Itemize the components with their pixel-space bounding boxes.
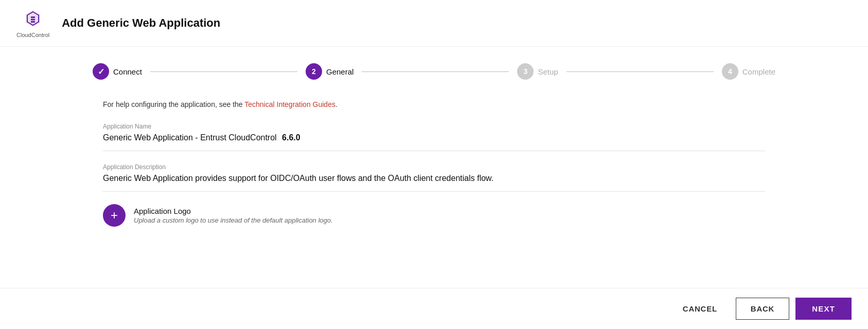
app-desc-field: Application Description Generic Web Appl… — [103, 163, 765, 192]
form-area: For help configuring the application, se… — [93, 100, 775, 227]
svg-rect-4 — [31, 21, 35, 23]
main-content: ✓ Connect 2 General 3 Setup 4 Complet — [0, 47, 868, 243]
step-complete: 4 Complete — [722, 63, 775, 80]
svg-marker-0 — [26, 10, 40, 27]
step-connect-circle: ✓ — [93, 63, 109, 80]
step-general: 2 General — [306, 63, 353, 80]
page-header: CloudControl Add Generic Web Application — [0, 0, 868, 47]
step-general-circle: 2 — [306, 63, 322, 80]
step-setup-circle: 3 — [517, 63, 534, 80]
logo-upload-title: Application Logo — [134, 207, 333, 215]
app-desc-label: Application Description — [103, 163, 765, 171]
logo-upload-info: Application Logo Upload a custom logo to… — [134, 207, 333, 224]
app-name-value: Generic Web Application - Entrust CloudC… — [103, 133, 765, 142]
step-complete-circle: 4 — [722, 63, 738, 80]
checkmark-icon: ✓ — [98, 67, 104, 77]
logo-upload-description: Upload a custom logo to use instead of t… — [134, 216, 333, 224]
app-name-label: Application Name — [103, 123, 765, 130]
step-complete-label: Complete — [742, 67, 775, 76]
cancel-button[interactable]: CANCEL — [670, 298, 730, 320]
page-title: Add Generic Web Application — [62, 16, 220, 30]
step-setup: 3 Setup — [517, 63, 558, 80]
step-connect-label: Connect — [113, 67, 142, 76]
app-name-field: Application Name Generic Web Application… — [103, 123, 765, 151]
step-setup-number: 3 — [524, 67, 528, 76]
logo-subtitle: CloudControl — [16, 32, 49, 38]
step-general-number: 2 — [312, 67, 316, 76]
step-complete-number: 4 — [728, 67, 732, 76]
back-button[interactable]: BACK — [736, 298, 789, 320]
upload-logo-button[interactable]: + — [103, 204, 126, 227]
app-name-version: 6.6.0 — [282, 133, 300, 142]
logo-upload-section: + Application Logo Upload a custom logo … — [103, 204, 765, 227]
step-connect: ✓ Connect — [93, 63, 142, 80]
logo-area: CloudControl — [16, 8, 49, 38]
step-general-label: General — [326, 67, 353, 76]
entrust-logo-icon — [22, 8, 44, 31]
help-text: For help configuring the application, se… — [103, 100, 765, 108]
next-button[interactable]: NEXT — [795, 298, 852, 320]
svg-rect-3 — [31, 19, 35, 21]
step-setup-label: Setup — [538, 67, 558, 76]
app-desc-value: Generic Web Application provides support… — [103, 174, 765, 183]
svg-rect-2 — [31, 16, 35, 18]
footer-actions: CANCEL BACK NEXT — [0, 288, 868, 329]
connector-3 — [566, 71, 714, 72]
app-name-text: Generic Web Application - Entrust CloudC… — [103, 133, 277, 142]
help-suffix: . — [335, 100, 338, 108]
connector-2 — [362, 71, 509, 72]
help-link[interactable]: Technical Integration Guides — [244, 100, 335, 108]
connector-1 — [150, 71, 297, 72]
stepper: ✓ Connect 2 General 3 Setup 4 Complet — [93, 63, 775, 80]
help-prefix: For help configuring the application, se… — [103, 100, 244, 108]
